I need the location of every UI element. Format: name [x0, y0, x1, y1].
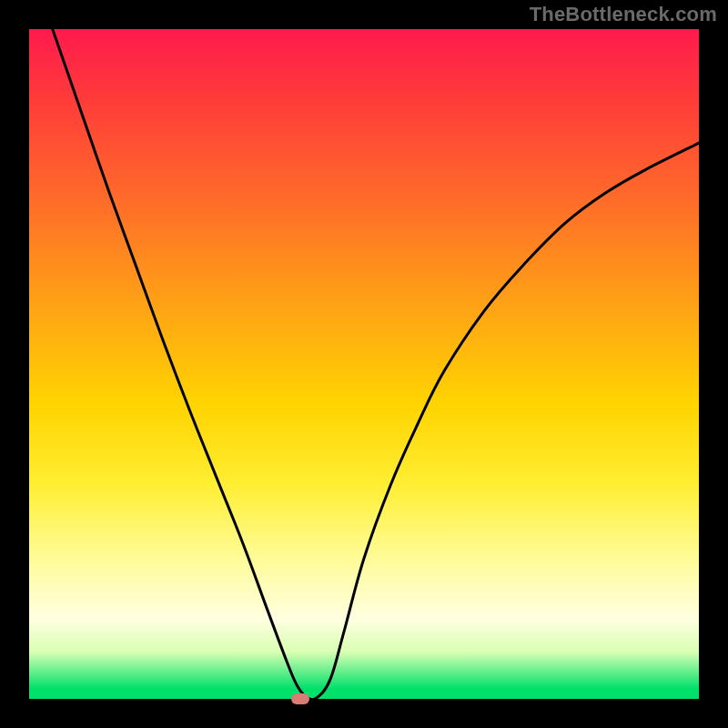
marker-dot	[291, 693, 309, 704]
chart-frame: TheBottleneck.com	[0, 0, 728, 728]
bottleneck-curve	[53, 29, 699, 699]
watermark-label: TheBottleneck.com	[530, 3, 717, 26]
curve-svg	[29, 29, 699, 699]
chart-plot-area	[29, 29, 699, 699]
